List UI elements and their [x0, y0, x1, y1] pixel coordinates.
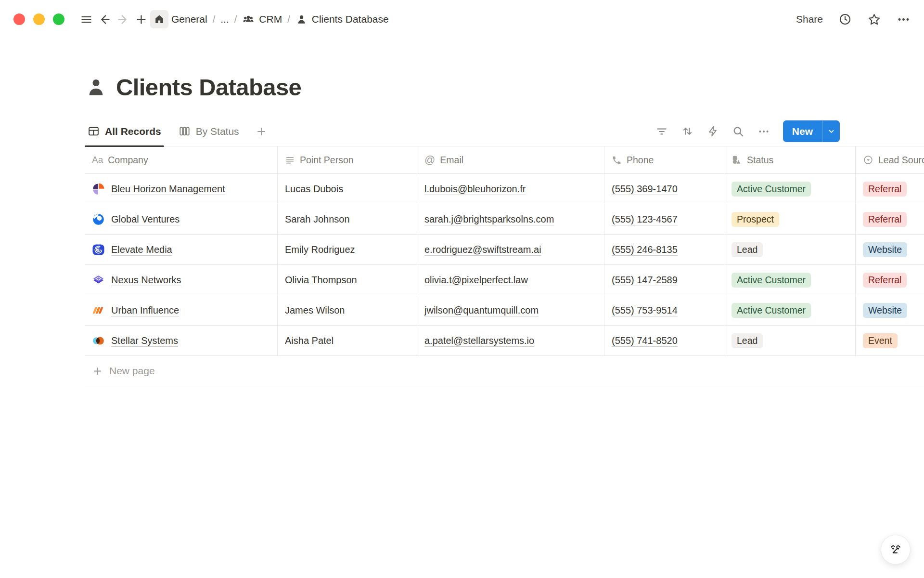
email-link[interactable]: e.rodriguez@swiftstream.ai: [424, 244, 541, 255]
breadcrumb-separator: /: [213, 14, 216, 25]
company-cell[interactable]: Bleu Horizon Management: [85, 174, 278, 204]
zoom-window-button[interactable]: [53, 13, 64, 25]
view-more-button[interactable]: [757, 125, 770, 138]
back-button[interactable]: [95, 10, 114, 28]
table-row[interactable]: Global Ventures Sarah Johnson sarah.j@br…: [85, 204, 924, 235]
breadcrumb-crm[interactable]: CRM: [242, 13, 282, 26]
search-button[interactable]: [732, 125, 744, 138]
point-person-cell[interactable]: Sarah Johnson: [278, 204, 417, 235]
new-tab-button[interactable]: [132, 10, 150, 28]
point-person-cell[interactable]: Olivia Thompson: [278, 265, 417, 295]
close-window-button[interactable]: [13, 13, 25, 25]
table-row[interactable]: Elevate Media Emily Rodriguez e.rodrigue…: [85, 235, 924, 265]
new-record-button[interactable]: New: [783, 126, 822, 137]
new-record-dropdown-button[interactable]: [822, 120, 840, 142]
status-cell[interactable]: Prospect: [724, 204, 856, 235]
company-name[interactable]: Urban Influence: [111, 305, 179, 316]
table-row[interactable]: Urban Influence James Wilson jwilson@qua…: [85, 295, 924, 326]
phone-link[interactable]: (555) 753-9514: [612, 305, 678, 316]
phone-link[interactable]: (555) 369-1470: [612, 184, 678, 195]
company-name[interactable]: Nexus Networks: [111, 275, 181, 286]
lead-source-cell[interactable]: Referral: [856, 174, 924, 204]
company-name[interactable]: Stellar Systems: [111, 335, 178, 346]
lead-source-cell[interactable]: Website: [856, 295, 924, 326]
column-header-company[interactable]: Aa Company: [85, 146, 278, 174]
column-header-email[interactable]: @ Email: [417, 146, 604, 174]
company-cell[interactable]: Urban Influence: [85, 295, 278, 326]
table-row[interactable]: Nexus Networks Olivia Thompson olivia.t@…: [85, 265, 924, 295]
company-cell[interactable]: Stellar Systems: [85, 326, 278, 356]
plus-icon: [92, 366, 103, 377]
minimize-window-button[interactable]: [33, 13, 45, 25]
breadcrumb-clients-database[interactable]: Clients Database: [295, 13, 389, 26]
lead-source-cell[interactable]: Event: [856, 326, 924, 356]
lead-source-cell[interactable]: Website: [856, 235, 924, 265]
breadcrumb-general[interactable]: General: [171, 13, 207, 25]
history-clock-button[interactable]: [838, 13, 852, 26]
email-cell[interactable]: jwilson@quantumquill.com: [417, 295, 604, 326]
company-cell[interactable]: Global Ventures: [85, 204, 278, 235]
status-cell[interactable]: Lead: [724, 326, 856, 356]
phone-cell[interactable]: (555) 741-8520: [604, 326, 724, 356]
add-view-button[interactable]: [254, 126, 269, 137]
status-cell[interactable]: Active Customer: [724, 295, 856, 326]
phone-cell[interactable]: (555) 147-2589: [604, 265, 724, 295]
phone-link[interactable]: (555) 123-4567: [612, 214, 678, 225]
email-cell[interactable]: olivia.t@pixelperfect.law: [417, 265, 604, 295]
email-cell[interactable]: sarah.j@brightsparksolns.com: [417, 204, 604, 235]
phone-link[interactable]: (555) 246-8135: [612, 244, 678, 255]
status-cell[interactable]: Lead: [724, 235, 856, 265]
point-person-cell[interactable]: Lucas Dubois: [278, 174, 417, 204]
status-cell[interactable]: Active Customer: [724, 265, 856, 295]
share-button[interactable]: Share: [796, 13, 823, 25]
status-badge: Lead: [732, 333, 763, 348]
phone-cell[interactable]: (555) 369-1470: [604, 174, 724, 204]
column-header-lead-source[interactable]: Lead Source: [856, 146, 924, 174]
point-person: Aisha Patel: [285, 335, 334, 346]
tab-by-status[interactable]: By Status: [176, 117, 242, 146]
company-name[interactable]: Bleu Horizon Management: [111, 184, 225, 195]
email-link[interactable]: l.dubois@bleuhorizon.fr: [424, 184, 526, 195]
column-header-status[interactable]: Status: [724, 146, 856, 174]
page-person-icon[interactable]: [85, 76, 107, 99]
lead-source-cell[interactable]: Referral: [856, 265, 924, 295]
home-button[interactable]: [150, 10, 168, 28]
tab-all-records[interactable]: All Records: [85, 117, 164, 146]
table-row[interactable]: Bleu Horizon Management Lucas Dubois l.d…: [85, 174, 924, 204]
new-page-row[interactable]: New page: [85, 356, 924, 386]
column-header-point-person[interactable]: Point Person: [278, 146, 417, 174]
column-header-phone[interactable]: Phone: [604, 146, 724, 174]
company-cell[interactable]: Nexus Networks: [85, 265, 278, 295]
email-link[interactable]: olivia.t@pixelperfect.law: [424, 275, 528, 286]
phone-cell[interactable]: (555) 753-9514: [604, 295, 724, 326]
phone-cell[interactable]: (555) 246-8135: [604, 235, 724, 265]
company-cell[interactable]: Elevate Media: [85, 235, 278, 265]
email-cell[interactable]: e.rodriguez@swiftstream.ai: [417, 235, 604, 265]
phone-link[interactable]: (555) 147-2589: [612, 275, 678, 286]
company-name[interactable]: Elevate Media: [111, 244, 172, 255]
email-link[interactable]: jwilson@quantumquill.com: [424, 305, 539, 316]
email-cell[interactable]: l.dubois@bleuhorizon.fr: [417, 174, 604, 204]
table-row[interactable]: Stellar Systems Aisha Patel a.patel@stel…: [85, 326, 924, 356]
email-link[interactable]: a.patel@stellarsystems.io: [424, 335, 534, 346]
lead-source-cell[interactable]: Referral: [856, 204, 924, 235]
forward-button[interactable]: [114, 10, 132, 28]
email-cell[interactable]: a.patel@stellarsystems.io: [417, 326, 604, 356]
point-person-cell[interactable]: James Wilson: [278, 295, 417, 326]
help-face-button[interactable]: [881, 535, 911, 565]
point-person-cell[interactable]: Aisha Patel: [278, 326, 417, 356]
favorite-button[interactable]: [867, 13, 881, 26]
more-options-button[interactable]: [897, 13, 911, 26]
automation-button[interactable]: [707, 125, 719, 137]
breadcrumb-ellipsis[interactable]: ...: [220, 13, 229, 25]
sidebar-menu-button[interactable]: [77, 10, 95, 28]
point-person-cell[interactable]: Emily Rodriguez: [278, 235, 417, 265]
phone-link[interactable]: (555) 741-8520: [612, 335, 678, 346]
phone-cell[interactable]: (555) 123-4567: [604, 204, 724, 235]
company-name[interactable]: Global Ventures: [111, 214, 180, 225]
status-cell[interactable]: Active Customer: [724, 174, 856, 204]
page-title[interactable]: Clients Database: [116, 74, 301, 101]
sort-button[interactable]: [681, 125, 694, 138]
email-link[interactable]: sarah.j@brightsparksolns.com: [424, 214, 554, 225]
filter-button[interactable]: [655, 125, 668, 138]
